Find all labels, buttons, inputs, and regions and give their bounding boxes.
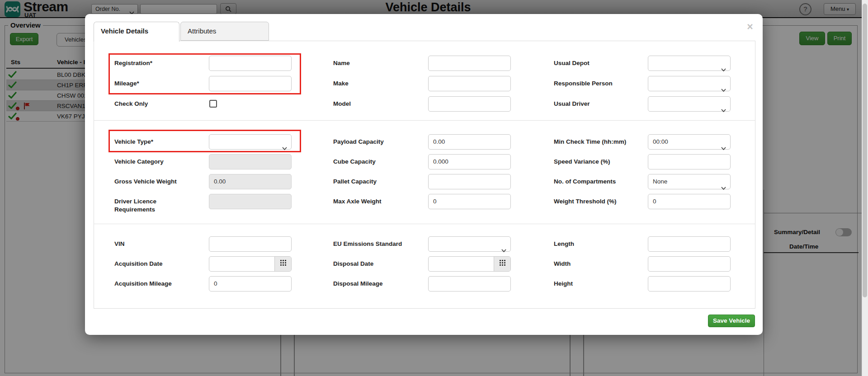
chevron-down-icon: [721, 103, 726, 118]
tab-attributes[interactable]: Attributes: [180, 22, 269, 41]
chevron-down-icon: [501, 243, 506, 258]
responsible-person-label: Responsible Person: [554, 80, 651, 88]
max-axle-weight-input[interactable]: 0: [428, 194, 511, 209]
vin-label: VIN: [114, 240, 198, 248]
usual-depot-select[interactable]: [648, 56, 731, 71]
max-axle-weight-label: Max Axle Weight: [333, 197, 419, 206]
form-section-divider: [94, 224, 755, 224]
usual-depot-label: Usual Depot: [554, 59, 651, 67]
no-of-compartments-label: No. of Compartments: [554, 178, 651, 186]
app-window: Stream UAT Order No. Vehicle Details ? M…: [0, 0, 868, 376]
acquisition-date-input[interactable]: [209, 256, 292, 272]
responsible-person-select[interactable]: [648, 76, 731, 91]
cube-capacity-input[interactable]: 0.000: [428, 154, 511, 169]
eu-emissions-standard-select[interactable]: [428, 236, 511, 252]
check-only-label: Check Only: [114, 100, 198, 108]
driver-licence-requirements-label: Driver Licence Requirements: [114, 197, 198, 213]
pallet-capacity-label: Pallet Capacity: [333, 178, 419, 186]
speed-variance-label: Speed Variance (%): [554, 158, 651, 166]
min-check-time-value: 00:00: [653, 138, 668, 145]
length-label: Length: [554, 240, 651, 248]
height-input[interactable]: [648, 276, 731, 291]
model-input[interactable]: [428, 96, 511, 112]
length-input[interactable]: [648, 236, 731, 252]
no-of-compartments-select[interactable]: None: [648, 174, 731, 189]
acquisition-date-calendar-button[interactable]: [274, 257, 291, 271]
vehicle-category-input: [209, 154, 292, 169]
min-check-time-label: Min Check Time (hh:mm): [554, 138, 651, 146]
disposal-date-input[interactable]: [428, 256, 511, 272]
driver-licence-requirements-input: [209, 194, 292, 209]
payload-capacity-label: Payload Capacity: [333, 138, 419, 146]
model-label: Model: [333, 100, 419, 108]
vehicle-details-modal: Vehicle DetailsAttributes × Registration…: [85, 14, 763, 335]
min-check-time-select[interactable]: 00:00: [648, 134, 731, 150]
calendar-grid-icon: [280, 257, 286, 271]
make-label: Make: [333, 80, 419, 88]
modal-tabs: Vehicle DetailsAttributes: [94, 22, 269, 42]
form-section-divider: [94, 120, 755, 121]
disposal-mileage-label: Disposal Mileage: [333, 280, 419, 288]
save-vehicle-button[interactable]: Save Vehicle: [708, 315, 755, 327]
gross-vehicle-weight-input: 0.00: [209, 174, 292, 189]
required-highlight-registration-mileage: [108, 53, 301, 94]
acquisition-date-label: Acquisition Date: [114, 260, 198, 268]
speed-variance-input[interactable]: [648, 154, 731, 169]
disposal-date-label: Disposal Date: [333, 260, 419, 268]
page-scrollbar-thumb[interactable]: [863, 4, 867, 297]
no-of-compartments-value: None: [653, 178, 667, 185]
required-highlight-vehicle-type: [108, 130, 301, 152]
vin-input[interactable]: [209, 236, 292, 252]
chevron-down-icon: [721, 83, 726, 97]
chevron-down-icon: [721, 181, 726, 195]
calendar-grid-icon: [500, 257, 505, 271]
chevron-down-icon: [721, 141, 726, 155]
make-input[interactable]: [428, 76, 511, 91]
weight-threshold-label: Weight Threshold (%): [554, 197, 651, 206]
close-icon[interactable]: ×: [744, 21, 756, 33]
acquisition-mileage-input[interactable]: 0: [209, 276, 292, 291]
payload-capacity-input[interactable]: 0.00: [428, 134, 511, 150]
name-label: Name: [333, 59, 419, 67]
name-input[interactable]: [428, 56, 511, 71]
check-only-checkbox[interactable]: [209, 100, 217, 108]
chevron-down-icon: [721, 62, 726, 77]
cube-capacity-label: Cube Capacity: [333, 158, 419, 166]
usual-driver-select[interactable]: [648, 96, 731, 112]
disposal-mileage-input[interactable]: [428, 276, 511, 291]
vehicle-category-label: Vehicle Category: [114, 158, 198, 166]
pallet-capacity-input[interactable]: [428, 174, 511, 189]
height-label: Height: [554, 280, 651, 288]
weight-threshold-input[interactable]: 0: [648, 194, 731, 209]
eu-emissions-standard-label: EU Emissions Standard: [333, 240, 419, 248]
usual-driver-label: Usual Driver: [554, 100, 651, 108]
width-input[interactable]: [648, 256, 731, 272]
width-label: Width: [554, 260, 651, 268]
acquisition-mileage-label: Acquisition Mileage: [114, 280, 198, 288]
disposal-date-calendar-button[interactable]: [494, 257, 510, 271]
tab-vehicle-details[interactable]: Vehicle Details: [94, 22, 179, 42]
gross-vehicle-weight-label: Gross Vehicle Weight: [114, 178, 198, 186]
